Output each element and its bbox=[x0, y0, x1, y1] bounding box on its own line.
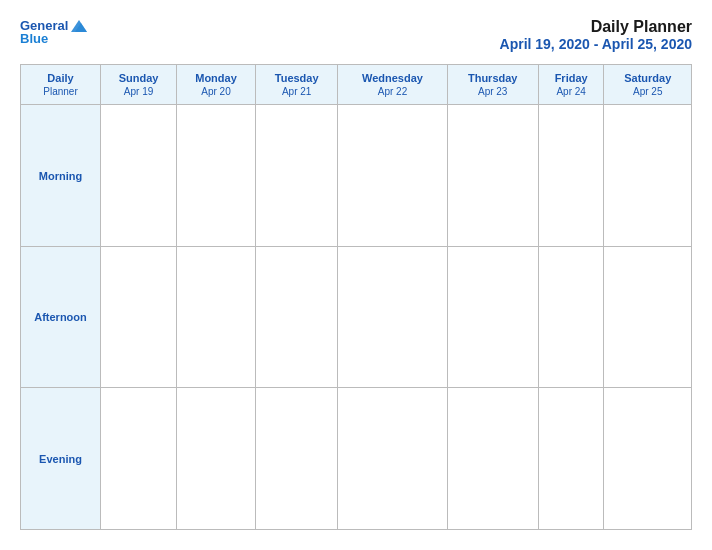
row-morning: Morning bbox=[21, 105, 692, 247]
cell-evening-3[interactable] bbox=[338, 388, 447, 530]
thursday-name: Thursday bbox=[452, 71, 534, 85]
header-tuesday: Tuesday Apr 21 bbox=[255, 65, 337, 105]
header-sunday: Sunday Apr 19 bbox=[101, 65, 177, 105]
logo-accent: Blue bbox=[20, 32, 48, 46]
title-sub: April 19, 2020 - April 25, 2020 bbox=[500, 36, 692, 52]
header-first-col: Daily Planner bbox=[21, 65, 101, 105]
cell-evening-0[interactable] bbox=[101, 388, 177, 530]
header-first-line2: Planner bbox=[25, 85, 96, 98]
cell-morning-2[interactable] bbox=[255, 105, 337, 247]
cell-afternoon-1[interactable] bbox=[177, 246, 256, 388]
cell-morning-1[interactable] bbox=[177, 105, 256, 247]
row-label-morning: Morning bbox=[21, 105, 101, 247]
header-saturday: Saturday Apr 25 bbox=[604, 65, 692, 105]
monday-date: Apr 20 bbox=[181, 85, 251, 98]
calendar-table: Daily Planner Sunday Apr 19 Monday Apr 2… bbox=[20, 64, 692, 530]
cell-afternoon-4[interactable] bbox=[447, 246, 538, 388]
monday-name: Monday bbox=[181, 71, 251, 85]
header-thursday: Thursday Apr 23 bbox=[447, 65, 538, 105]
header-wednesday: Wednesday Apr 22 bbox=[338, 65, 447, 105]
saturday-name: Saturday bbox=[608, 71, 687, 85]
logo-area: General Blue bbox=[20, 18, 89, 46]
table-body: MorningAfternoonEvening bbox=[21, 105, 692, 530]
cell-morning-5[interactable] bbox=[538, 105, 604, 247]
cell-afternoon-6[interactable] bbox=[604, 246, 692, 388]
header-friday: Friday Apr 24 bbox=[538, 65, 604, 105]
row-afternoon: Afternoon bbox=[21, 246, 692, 388]
title-main: Daily Planner bbox=[500, 18, 692, 36]
title-area: Daily Planner April 19, 2020 - April 25,… bbox=[500, 18, 692, 52]
cell-morning-4[interactable] bbox=[447, 105, 538, 247]
tuesday-date: Apr 21 bbox=[260, 85, 333, 98]
page: General Blue Daily Planner April 19, 202… bbox=[0, 0, 712, 550]
thursday-date: Apr 23 bbox=[452, 85, 534, 98]
wednesday-name: Wednesday bbox=[342, 71, 442, 85]
row-label-afternoon: Afternoon bbox=[21, 246, 101, 388]
friday-name: Friday bbox=[543, 71, 600, 85]
top-bar: General Blue Daily Planner April 19, 202… bbox=[20, 18, 692, 52]
row-label-evening: Evening bbox=[21, 388, 101, 530]
header-first-line1: Daily bbox=[25, 71, 96, 85]
cell-morning-3[interactable] bbox=[338, 105, 447, 247]
cell-evening-5[interactable] bbox=[538, 388, 604, 530]
cell-evening-2[interactable] bbox=[255, 388, 337, 530]
saturday-date: Apr 25 bbox=[608, 85, 687, 98]
cell-afternoon-2[interactable] bbox=[255, 246, 337, 388]
sunday-date: Apr 19 bbox=[105, 85, 172, 98]
tuesday-name: Tuesday bbox=[260, 71, 333, 85]
cell-morning-6[interactable] bbox=[604, 105, 692, 247]
friday-date: Apr 24 bbox=[543, 85, 600, 98]
cell-evening-1[interactable] bbox=[177, 388, 256, 530]
row-evening: Evening bbox=[21, 388, 692, 530]
cell-afternoon-5[interactable] bbox=[538, 246, 604, 388]
wednesday-date: Apr 22 bbox=[342, 85, 442, 98]
cell-evening-4[interactable] bbox=[447, 388, 538, 530]
header-row: Daily Planner Sunday Apr 19 Monday Apr 2… bbox=[21, 65, 692, 105]
logo-icon bbox=[69, 18, 89, 34]
cell-evening-6[interactable] bbox=[604, 388, 692, 530]
cell-morning-0[interactable] bbox=[101, 105, 177, 247]
sunday-name: Sunday bbox=[105, 71, 172, 85]
cell-afternoon-0[interactable] bbox=[101, 246, 177, 388]
header-monday: Monday Apr 20 bbox=[177, 65, 256, 105]
cell-afternoon-3[interactable] bbox=[338, 246, 447, 388]
